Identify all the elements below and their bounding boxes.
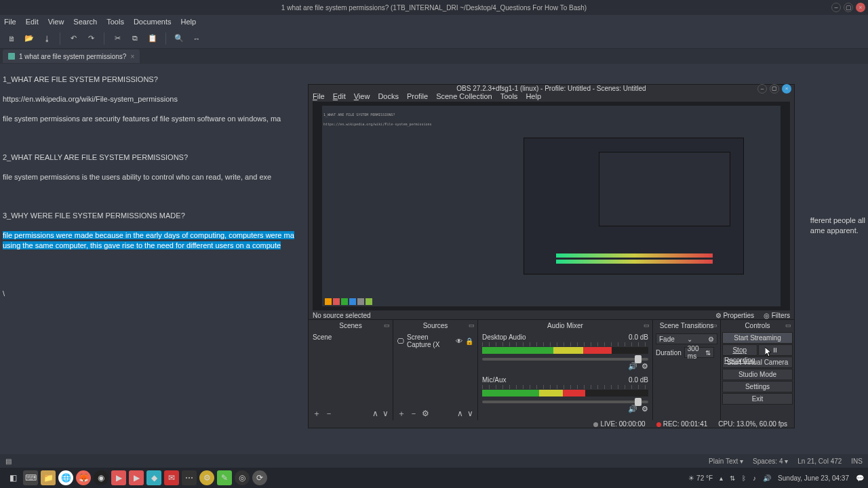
editor-icon[interactable]: ✎ <box>217 470 232 485</box>
live-status: LIVE: 00:00:00 <box>593 420 645 428</box>
notifications-icon[interactable]: 💬 <box>856 474 864 482</box>
new-file-icon[interactable]: 🗎 <box>4 31 19 46</box>
add-source-icon[interactable]: ＋ <box>397 408 406 420</box>
dock-icon[interactable]: ▭ <box>469 322 475 329</box>
exit-button[interactable]: Exit <box>722 393 793 405</box>
tab-close-icon[interactable]: × <box>130 53 134 60</box>
app-icon[interactable]: ⋯ <box>182 470 197 485</box>
audio-icon[interactable]: ♪ <box>753 474 756 482</box>
app-icon[interactable]: ⚙ <box>199 470 214 485</box>
redo-icon[interactable]: ↷ <box>83 31 98 46</box>
pause-recording-button[interactable]: ⏸ <box>758 344 793 356</box>
move-up-icon[interactable]: ∧ <box>372 409 378 418</box>
obs-minimize-button[interactable]: – <box>757 84 767 94</box>
app-icon[interactable]: ▶ <box>111 470 126 485</box>
obs-close-button[interactable]: × <box>782 84 791 94</box>
obs-menu-scene-collection[interactable]: Scene Collection <box>436 92 492 100</box>
channel-settings-icon[interactable]: ⚙ <box>642 405 648 413</box>
close-button[interactable]: × <box>856 3 865 12</box>
dock-icon[interactable]: ▭ <box>785 322 791 329</box>
spinner-icon[interactable]: ⇅ <box>705 349 711 357</box>
obs-menu-view[interactable]: View <box>354 92 370 100</box>
editor-tab[interactable]: 1 what are file system permissions? × <box>3 49 140 63</box>
source-settings-icon[interactable]: ⚙ <box>422 409 429 418</box>
menu-documents[interactable]: Documents <box>134 18 172 26</box>
add-scene-icon[interactable]: ＋ <box>313 408 321 420</box>
app-menu-icon[interactable]: ◧ <box>5 470 20 485</box>
tray-icon[interactable]: ▴ <box>719 474 723 482</box>
app-icon[interactable]: ▶ <box>129 470 144 485</box>
obs-menu-tools[interactable]: Tools <box>500 92 518 100</box>
dock-icon[interactable]: ▭ <box>384 322 390 329</box>
app-icon[interactable]: ⟳ <box>252 470 267 485</box>
transition-settings-icon[interactable]: ⚙ <box>708 336 714 343</box>
visibility-icon[interactable]: 👁 <box>456 338 462 345</box>
undo-icon[interactable]: ↶ <box>66 31 81 46</box>
sources-title: Sources <box>423 322 448 329</box>
menu-search[interactable]: Search <box>73 18 97 26</box>
paste-icon[interactable]: 📋 <box>145 31 160 46</box>
obs-preview[interactable]: 1_WHAT ARE FILE SYSTEM PERMISSIONS? http… <box>313 102 790 310</box>
volume-slider[interactable] <box>482 401 648 403</box>
obs-icon[interactable]: ◎ <box>235 470 250 485</box>
obs-menu-file[interactable]: File <box>313 92 325 100</box>
minimize-button[interactable]: – <box>831 3 841 12</box>
replace-icon[interactable]: ↔ <box>189 31 204 46</box>
move-down-icon[interactable]: ∨ <box>382 409 389 418</box>
start-streaming-button[interactable]: Start Streaming <box>722 332 793 344</box>
steam-icon[interactable]: ◉ <box>94 470 108 485</box>
remove-scene-icon[interactable]: － <box>325 408 333 420</box>
terminal-icon[interactable]: ⌨ <box>23 470 38 485</box>
lock-icon[interactable]: 🔒 <box>465 338 473 345</box>
menu-help[interactable]: Help <box>181 18 197 26</box>
transition-select[interactable]: Fade⌄ ⚙ <box>656 333 717 344</box>
menu-file[interactable]: File <box>4 18 16 26</box>
open-file-icon[interactable]: 📂 <box>22 31 37 46</box>
chrome-icon[interactable]: 🌐 <box>58 470 73 485</box>
sidebar-toggle-icon[interactable]: ▤ <box>5 458 12 465</box>
clock[interactable]: Sunday, June 23, 04:37 <box>778 474 849 482</box>
scene-item[interactable]: Scene <box>310 332 391 342</box>
weather-widget[interactable]: ☀ 72 °F <box>688 474 713 482</box>
menu-view[interactable]: View <box>48 18 64 26</box>
dock-icon[interactable]: ▭ <box>711 322 717 329</box>
firefox-icon[interactable]: 🦊 <box>76 470 91 485</box>
syntax-mode[interactable]: Plain Text ▾ <box>709 458 743 465</box>
move-up-icon[interactable]: ∧ <box>457 409 463 418</box>
obs-maximize-button[interactable]: ▢ <box>770 84 779 94</box>
obs-menu-edit[interactable]: Edit <box>333 92 346 100</box>
search-icon[interactable]: 🔍 <box>172 31 186 46</box>
indent-mode[interactable]: Spaces: 4 ▾ <box>753 458 788 465</box>
obs-menu-docks[interactable]: Docks <box>378 92 399 100</box>
obs-menu-help[interactable]: Help <box>526 92 541 100</box>
filters-button[interactable]: ◎ Filters <box>764 312 790 319</box>
source-item[interactable]: 🖵 Screen Capture (X 👁 🔒 <box>395 332 476 350</box>
properties-button[interactable]: ⚙ Properties <box>715 312 754 319</box>
files-icon[interactable]: 📁 <box>41 470 56 485</box>
copy-icon[interactable]: ⧉ <box>127 31 142 46</box>
chevron-down-icon: ⌄ <box>687 336 692 343</box>
save-file-icon[interactable]: ⭳ <box>39 31 54 46</box>
duration-spinbox[interactable]: 300 ms ⇅ <box>684 347 714 358</box>
settings-button[interactable]: Settings <box>722 381 793 392</box>
maximize-button[interactable]: ▢ <box>844 3 853 12</box>
app-icon[interactable]: ✉ <box>164 470 179 485</box>
insert-mode[interactable]: INS <box>851 458 863 465</box>
remove-source-icon[interactable]: － <box>410 408 418 420</box>
menu-edit[interactable]: Edit <box>26 18 39 26</box>
start-virtual-camera-button[interactable]: Start Virtual Camera <box>722 357 793 368</box>
app-icon[interactable]: ◆ <box>146 470 161 485</box>
obs-menu-profile[interactable]: Profile <box>407 92 428 100</box>
move-down-icon[interactable]: ∨ <box>467 409 473 418</box>
channel-settings-icon[interactable]: ⚙ <box>642 362 648 371</box>
obs-titlebar[interactable]: OBS 27.2.3+dfsg1-1 (linux) - Profile: Un… <box>309 85 794 92</box>
menu-tools[interactable]: Tools <box>106 18 124 26</box>
dock-icon[interactable]: ▭ <box>644 322 650 329</box>
volume-slider[interactable] <box>482 358 648 361</box>
network-icon[interactable]: ⇅ <box>730 474 735 482</box>
studio-mode-button[interactable]: Studio Mode <box>722 369 793 380</box>
cut-icon[interactable]: ✂ <box>110 31 125 46</box>
stop-recording-button[interactable]: Stop Recording <box>722 344 757 356</box>
bluetooth-icon[interactable]: ᛒ <box>742 474 746 482</box>
volume-icon[interactable]: 🔊 <box>763 474 771 482</box>
